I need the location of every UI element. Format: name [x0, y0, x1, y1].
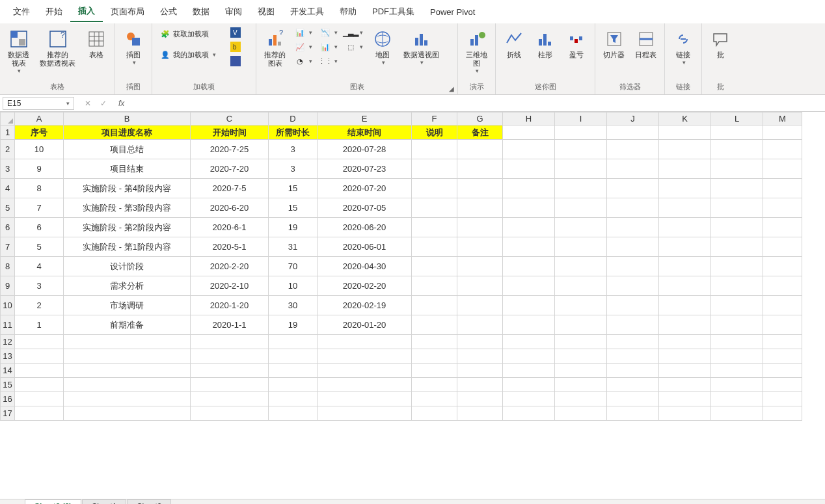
visio-button[interactable]	[228, 55, 243, 68]
cell[interactable]	[191, 378, 269, 392]
cell[interactable]: 3	[269, 159, 318, 179]
cell[interactable]: 19	[269, 315, 318, 335]
column-header[interactable]: I	[555, 113, 607, 126]
cell[interactable]	[711, 140, 763, 159]
cell[interactable]: 9	[15, 159, 64, 179]
cell[interactable]	[412, 315, 457, 335]
cell[interactable]: 2020-6-20	[191, 198, 269, 218]
cell[interactable]: 7	[15, 198, 64, 218]
cell[interactable]	[457, 315, 503, 335]
cell[interactable]	[763, 126, 802, 140]
cell[interactable]: 2020-02-20	[318, 276, 412, 296]
cell[interactable]	[503, 179, 555, 198]
cell[interactable]: 2020-2-20	[191, 257, 269, 276]
get-addins-button[interactable]: 🧩获取加载项	[157, 27, 219, 40]
line-chart-button[interactable]: 📉▾	[318, 26, 340, 39]
cell[interactable]	[711, 257, 763, 276]
cell[interactable]	[711, 349, 763, 364]
cell[interactable]	[659, 257, 711, 276]
cell[interactable]	[711, 296, 763, 315]
row-header[interactable]: 15	[1, 378, 15, 392]
cell[interactable]	[763, 315, 802, 335]
cell[interactable]	[763, 276, 802, 296]
cell[interactable]	[457, 392, 503, 406]
table-button[interactable]: 表格	[82, 26, 111, 62]
row-header[interactable]: 1	[1, 126, 15, 140]
cell[interactable]	[457, 378, 503, 392]
menu-Power Pivot[interactable]: Power Pivot	[422, 3, 483, 21]
cell[interactable]	[659, 392, 711, 406]
cancel-formula-button[interactable]: ✕	[82, 99, 94, 108]
cell[interactable]	[457, 335, 503, 349]
menu-审阅[interactable]: 审阅	[217, 2, 250, 21]
row-header[interactable]: 7	[1, 237, 15, 257]
cell[interactable]	[457, 237, 503, 257]
column-header[interactable]: A	[15, 113, 64, 126]
cell[interactable]: 所需时长	[269, 126, 318, 140]
comment-button[interactable]: 批	[706, 26, 735, 62]
cell[interactable]	[412, 335, 457, 349]
formula-input[interactable]	[128, 98, 825, 109]
row-header[interactable]: 17	[1, 406, 15, 421]
menu-PDF工具集[interactable]: PDF工具集	[364, 2, 422, 21]
cell[interactable]	[555, 237, 607, 257]
pie-chart-button[interactable]: ◔▾	[292, 55, 315, 68]
cell[interactable]: 实施阶段 - 第3阶段内容	[64, 198, 191, 218]
column-header[interactable]: E	[318, 113, 412, 126]
row-header[interactable]: 10	[1, 296, 15, 315]
pivot-table-button[interactable]: 数据透视表▾	[4, 26, 33, 77]
column-chart-button[interactable]: 📊▾	[292, 26, 315, 39]
cell[interactable]: 2020-07-20	[318, 179, 412, 198]
cell[interactable]	[412, 159, 457, 179]
cell[interactable]	[659, 179, 711, 198]
column-header[interactable]: J	[607, 113, 659, 126]
cell[interactable]	[711, 218, 763, 237]
cell[interactable]	[659, 349, 711, 364]
cell[interactable]	[711, 198, 763, 218]
column-header[interactable]: H	[503, 113, 555, 126]
hierarchy-chart-button[interactable]: 📈▾	[292, 40, 315, 53]
cell[interactable]: 2020-04-30	[318, 257, 412, 276]
charts-dialog-launcher[interactable]: ◢	[447, 84, 456, 93]
cell[interactable]: 项目进度名称	[64, 126, 191, 140]
cell[interactable]	[659, 364, 711, 378]
row-header[interactable]: 5	[1, 198, 15, 218]
cell[interactable]	[457, 276, 503, 296]
column-header[interactable]: B	[64, 113, 191, 126]
cell[interactable]: 31	[269, 237, 318, 257]
cell[interactable]	[64, 364, 191, 378]
cell[interactable]	[503, 335, 555, 349]
waterfall-chart-button[interactable]: ▁▃▂▾	[343, 26, 366, 39]
cell[interactable]: 30	[269, 296, 318, 315]
cell[interactable]	[555, 276, 607, 296]
scatter-chart-button[interactable]: ⋮⋮▾	[318, 55, 340, 68]
cell[interactable]	[659, 126, 711, 140]
cell[interactable]	[412, 237, 457, 257]
cell[interactable]	[659, 378, 711, 392]
row-header[interactable]: 12	[1, 335, 15, 349]
spreadsheet-grid[interactable]: ABCDEFGHIJKLM1序号项目进度名称开始时间所需时长结束时间说明备注21…	[0, 112, 825, 499]
cell[interactable]	[412, 257, 457, 276]
cell[interactable]	[659, 335, 711, 349]
cell[interactable]: 2020-5-1	[191, 237, 269, 257]
cell[interactable]	[15, 349, 64, 364]
cell[interactable]	[269, 406, 318, 421]
row-header[interactable]: 13	[1, 349, 15, 364]
row-header[interactable]: 14	[1, 364, 15, 378]
cell[interactable]	[555, 296, 607, 315]
cell[interactable]	[659, 406, 711, 421]
cell[interactable]	[412, 296, 457, 315]
link-button[interactable]: 链接▾	[669, 26, 697, 68]
cell[interactable]	[269, 349, 318, 364]
cell[interactable]: 2020-07-28	[318, 140, 412, 159]
row-header[interactable]: 6	[1, 218, 15, 237]
cell[interactable]	[607, 179, 659, 198]
cell[interactable]	[412, 364, 457, 378]
cell[interactable]	[457, 198, 503, 218]
cell[interactable]	[659, 237, 711, 257]
cell[interactable]	[763, 364, 802, 378]
cell[interactable]	[503, 378, 555, 392]
cell[interactable]: 项目结束	[64, 159, 191, 179]
cell[interactable]: 8	[15, 179, 64, 198]
cell[interactable]	[64, 349, 191, 364]
